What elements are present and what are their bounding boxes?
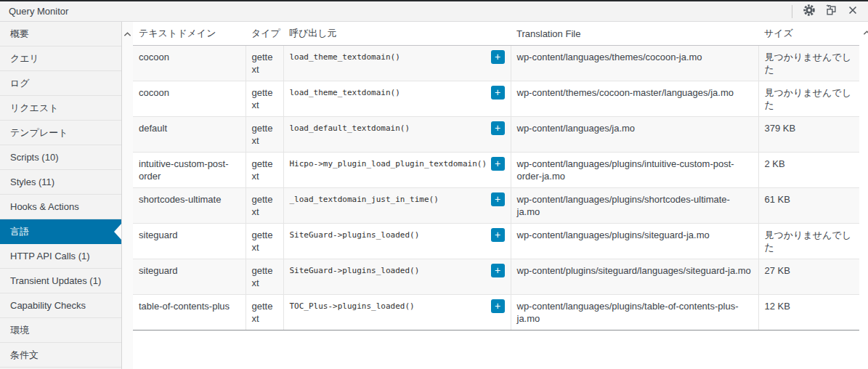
header-size: サイズ	[758, 22, 859, 46]
table-row: defaultgettextload_default_textdomain()+…	[133, 117, 859, 153]
titlebar-separator	[792, 5, 792, 18]
caller-code: load_theme_textdomain()	[290, 51, 400, 63]
languages-table-wrap: テキストドメイン タイプ 呼び出し元 Translation File サイズ …	[133, 22, 859, 369]
caller-cell: Hicpo->my_plugin_load_plugin_textdomain(…	[283, 153, 511, 188]
type-cell: gettext	[246, 46, 283, 81]
table-row: shortcodes-ultimategettext_load_textdoma…	[133, 188, 859, 224]
query-monitor-panel: Query Monitor	[0, 0, 868, 369]
expand-toggle-button[interactable]: +	[491, 86, 505, 100]
toggle-position-button[interactable]	[820, 3, 842, 20]
main-area: テキストドメイン タイプ 呼び出し元 Translation File サイズ …	[133, 22, 868, 369]
sidebar-item-label: Scripts (10)	[10, 152, 58, 163]
type-cell: gettext	[246, 81, 283, 117]
table-row: cocoongettextload_theme_textdomain()+wp-…	[133, 46, 859, 81]
translation-file-cell: wp-content/languages/ja.mo	[511, 117, 758, 153]
settings-button[interactable]	[798, 3, 820, 20]
translation-file-cell: wp-content/plugins/siteguard/languages/s…	[511, 259, 758, 295]
sidebar-item[interactable]: 環境	[0, 318, 121, 343]
table-row: table-of-contents-plusgettextTOC_Plus->p…	[133, 295, 859, 331]
textdomain-cell: cocoon	[133, 81, 246, 117]
caller-cell: load_theme_textdomain()+	[283, 46, 511, 81]
sidebar-item[interactable]: HTTP API Calls (1)	[0, 244, 121, 269]
expand-toggle-button[interactable]: +	[491, 264, 505, 277]
type-cell: gettext	[246, 259, 283, 295]
caller-cell: _load_textdomain_just_in_time()+	[283, 188, 511, 224]
sidebar-item[interactable]: 言語	[0, 219, 121, 244]
size-cell: 379 KB	[758, 117, 859, 153]
main-scrollbar[interactable]	[859, 22, 868, 369]
table-row: siteguardgettextSiteGuard->plugins_loade…	[133, 224, 859, 259]
languages-table: テキストドメイン タイプ 呼び出し元 Translation File サイズ …	[133, 22, 859, 331]
expand-toggle-button[interactable]: +	[491, 192, 505, 206]
type-cell: gettext	[246, 224, 283, 259]
gear-icon	[803, 4, 816, 19]
sidebar-item-label: Capability Checks	[10, 300, 86, 311]
sidebar-item[interactable]: 条件文	[0, 343, 121, 368]
sidebar-item-label: 条件文	[10, 349, 38, 360]
table-row: intuitive-custom-post-ordergettextHicpo-…	[133, 153, 859, 188]
expand-toggle-button[interactable]: +	[491, 299, 505, 313]
sidebar-item[interactable]: テンプレート	[0, 121, 121, 145]
close-button[interactable]	[842, 3, 864, 20]
sidebar-item[interactable]: ログ	[0, 71, 121, 96]
size-cell: 61 KB	[758, 188, 859, 224]
caller-code: TOC_Plus->plugins_loaded()	[290, 300, 415, 312]
expand-toggle-button[interactable]: +	[491, 121, 505, 135]
titlebar: Query Monitor	[0, 1, 868, 22]
type-cell: gettext	[246, 153, 283, 188]
sidebar-item-label: 概要	[10, 28, 29, 39]
chevron-up-icon	[859, 25, 868, 38]
caller-code: SiteGuard->plugins_loaded()	[290, 229, 420, 241]
textdomain-cell: shortcodes-ultimate	[133, 188, 246, 224]
type-cell: gettext	[246, 188, 283, 224]
header-type: タイプ	[246, 22, 283, 46]
translation-file-cell: wp-content/themes/cocoon-master/language…	[511, 81, 758, 117]
caller-cell: load_default_textdomain()+	[283, 117, 511, 153]
sidebar-scrollbar[interactable]	[121, 22, 133, 369]
sidebar-item[interactable]: Capability Checks	[0, 293, 121, 318]
sidebar-item[interactable]: リクエスト	[0, 96, 121, 121]
size-cell: 見つかりませんでした	[758, 81, 859, 117]
sidebar-nav: 概要クエリログリクエストテンプレートScripts (10)Styles (11…	[0, 22, 121, 369]
sidebar-item-label: 言語	[10, 226, 29, 237]
textdomain-cell: table-of-contents-plus	[133, 295, 246, 331]
type-cell: gettext	[246, 117, 283, 153]
sidebar-item[interactable]: Hooks & Actions	[0, 195, 121, 219]
sidebar-item[interactable]: Scripts (10)	[0, 145, 121, 170]
textdomain-cell: default	[133, 117, 246, 153]
language-table-body: cocoongettextload_theme_textdomain()+wp-…	[133, 46, 859, 331]
textdomain-cell: intuitive-custom-post-order	[133, 153, 246, 188]
chevron-up-icon	[123, 27, 131, 40]
type-cell: gettext	[246, 295, 283, 331]
header-caller: 呼び出し元	[283, 22, 511, 46]
sidebar-item-label: リクエスト	[10, 102, 59, 113]
size-cell: 12 KB	[758, 295, 859, 331]
expand-toggle-button[interactable]: +	[491, 228, 505, 242]
sidebar-item-label: テンプレート	[10, 127, 68, 138]
size-cell: 2 KB	[758, 153, 859, 188]
caller-code: _load_textdomain_just_in_time()	[290, 193, 439, 206]
sidebar-item[interactable]: Styles (11)	[0, 170, 121, 195]
translation-file-cell: wp-content/languages/plugins/table-of-co…	[511, 295, 758, 331]
window-position-icon	[824, 4, 837, 19]
caller-code: load_theme_textdomain()	[290, 86, 400, 99]
size-cell: 27 KB	[758, 259, 859, 295]
translation-file-cell: wp-content/languages/themes/cocoon-ja.mo	[511, 46, 758, 81]
caller-cell: SiteGuard->plugins_loaded()+	[283, 259, 511, 295]
sidebar-item[interactable]: Transient Updates (1)	[0, 269, 121, 293]
sidebar-item[interactable]: クエリ	[0, 46, 121, 71]
expand-toggle-button[interactable]: +	[491, 50, 505, 64]
sidebar-item-label: HTTP API Calls (1)	[10, 251, 90, 261]
selected-item-arrow	[114, 224, 121, 240]
expand-toggle-button[interactable]: +	[491, 157, 505, 171]
textdomain-cell: siteguard	[133, 259, 246, 295]
textdomain-cell: cocoon	[133, 46, 246, 81]
caller-cell: TOC_Plus->plugins_loaded()+	[283, 295, 511, 331]
sidebar-item[interactable]: 概要	[0, 22, 121, 46]
panel-body: 概要クエリログリクエストテンプレートScripts (10)Styles (11…	[0, 22, 868, 369]
header-textdomain: テキストドメイン	[133, 22, 246, 46]
sidebar-item-label: Hooks & Actions	[10, 201, 79, 212]
sidebar-item-label: Styles (11)	[10, 177, 54, 187]
caller-cell: load_theme_textdomain()+	[283, 81, 511, 117]
sidebar-item-label: 環境	[10, 325, 29, 336]
